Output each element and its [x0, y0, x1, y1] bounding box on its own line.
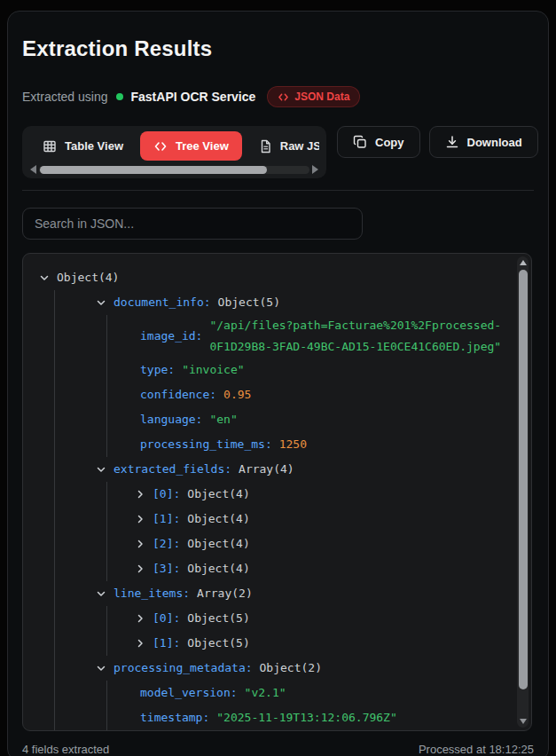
tree-node-row[interactable]: processing_metadata:Object(2) [96, 656, 505, 681]
tree-node-value: 0.95 [223, 384, 251, 406]
chevron-right-icon[interactable] [135, 638, 153, 649]
tree-node-type: Object(5) [187, 633, 249, 654]
tree-node-key: [1]: [153, 508, 180, 530]
chevron-down-icon[interactable] [96, 297, 114, 308]
chevron-right-icon[interactable] [135, 613, 153, 624]
extraction-results-card: Extraction Results Extracted using FastA… [7, 11, 549, 756]
tree-node-type: Object(4) [187, 533, 249, 555]
tree-node-row[interactable]: [3]:Object(4) [135, 556, 505, 581]
copy-icon [353, 135, 367, 149]
tree-node-key: [0]: [153, 484, 180, 505]
tree-node-row[interactable]: [0]:Object(4) [135, 482, 505, 507]
copy-button[interactable]: Copy [337, 126, 420, 158]
download-button[interactable]: Download [429, 126, 538, 158]
chevron-down-icon[interactable] [96, 663, 114, 673]
toolbar-row: Table View Tree View Raw JSON [22, 126, 534, 178]
vertical-scrollbar[interactable] [517, 256, 529, 728]
json-data-badge-label: JSON Data [294, 91, 349, 103]
chevron-down-icon[interactable] [96, 464, 114, 475]
scroll-left-arrow-icon[interactable] [30, 165, 36, 174]
tree-node-type: Object(4) [187, 484, 249, 505]
tab-tree-view-label: Tree View [176, 139, 229, 153]
tab-raw-json[interactable]: Raw JSON [246, 131, 319, 161]
tree-node-row[interactable]: [1]:Object(4) [135, 507, 505, 532]
json-tree-content: Object(4)document_info:Object(5)image_id… [23, 254, 531, 731]
tab-tree-view[interactable]: Tree View [140, 131, 242, 161]
tree-node-row[interactable]: line_items:Array(2) [96, 581, 505, 606]
scroll-down-arrow-icon[interactable] [520, 719, 527, 724]
tree-node-key: type: [140, 359, 175, 381]
tab-table-view[interactable]: Table View [29, 131, 137, 161]
tree-children-group: image_id:"/api/files?path=Facturae%201%2… [106, 315, 505, 457]
code-icon [153, 140, 168, 153]
code-icon [278, 92, 289, 102]
service-name: FastAPI OCR Service [131, 90, 256, 104]
horizontal-scrollbar-thumb[interactable] [40, 166, 267, 174]
tree-node-row: processing_time_ms:1250 [135, 432, 505, 457]
search-input[interactable] [22, 208, 363, 240]
tree-node-row[interactable]: document_info:Object(5) [96, 290, 505, 315]
chevron-down-icon[interactable] [96, 588, 114, 599]
view-tabbar: Table View Tree View Raw JSON [22, 126, 326, 178]
action-buttons: Copy Download [337, 126, 538, 158]
tree-node-type: Object(2) [260, 658, 322, 679]
tree-children-group: [0]:Object(5)[1]:Object(5) [106, 606, 505, 656]
chevron-right-icon[interactable] [135, 539, 153, 549]
tree-node-row: confidence:0.95 [135, 382, 505, 407]
tree-node-key: [0]: [153, 608, 180, 629]
tree-node-key: timestamp: [140, 707, 209, 728]
tree-node-row[interactable]: extracted_fields:Array(4) [96, 457, 505, 482]
tree-node-value: "/api/files?path=Facturae%201%2Fprocesse… [209, 315, 505, 358]
chevron-right-icon[interactable] [135, 489, 153, 500]
tree-node-row: model_version:"v2.1" [135, 681, 505, 705]
tree-node-row[interactable]: [1]:Object(5) [135, 631, 505, 656]
fields-extracted-count: 4 fields extracted [22, 743, 109, 756]
tree-node-row: language:"en" [135, 407, 505, 432]
tree-node-key: document_info: [114, 292, 211, 313]
tabbar-horizontal-scrollbar[interactable] [29, 163, 319, 176]
tree-node-value: "invoice" [182, 359, 244, 381]
tree-node-row: type:"invoice" [135, 358, 505, 382]
tree-node-key: extracted_fields: [114, 459, 231, 480]
tree-node-value: "en" [209, 409, 237, 430]
tree-node-row[interactable]: [0]:Object(5) [135, 606, 505, 631]
vertical-scrollbar-thumb[interactable] [519, 270, 528, 689]
copy-button-label: Copy [375, 136, 404, 149]
json-tree-panel: Object(4)document_info:Object(5)image_id… [22, 253, 532, 731]
chevron-right-icon[interactable] [135, 563, 153, 574]
tree-node-row: timestamp:"2025-11-19T13:12:06.796Z" [135, 705, 505, 730]
file-icon [259, 139, 272, 154]
extracted-using-label: Extracted using [22, 90, 108, 104]
tree-children-group: [0]:Object(4)[1]:Object(4)[2]:Object(4)[… [106, 482, 505, 581]
chevron-right-icon[interactable] [135, 514, 153, 524]
scroll-up-arrow-icon[interactable] [520, 260, 527, 265]
chevron-down-icon[interactable] [39, 272, 57, 283]
page-title: Extraction Results [22, 36, 534, 61]
tree-node-key: line_items: [114, 583, 190, 604]
tree-node-key: [3]: [153, 558, 180, 579]
tree-node-type: Object(4) [187, 508, 249, 530]
tree-node-type: Array(2) [197, 583, 253, 604]
tree-node-row[interactable]: [2]:Object(4) [135, 532, 505, 556]
tree-node-value: "v2.1" [245, 682, 286, 704]
tabs-scroll-area: Table View Tree View Raw JSON [29, 131, 319, 161]
header-divider [22, 190, 534, 191]
extraction-source-row: Extracted using FastAPI OCR Service JSON… [22, 86, 534, 107]
tree-node-key: language: [140, 409, 202, 430]
tree-node-row: image_id:"/api/files?path=Facturae%201%2… [135, 315, 505, 358]
status-dot-icon [116, 93, 123, 100]
tree-node-value: 1250 [279, 434, 307, 455]
scroll-right-arrow-icon[interactable] [312, 165, 318, 174]
horizontal-scrollbar-track[interactable] [39, 166, 309, 174]
tree-node-key: image_id: [140, 326, 202, 347]
tree-node-row[interactable]: Object(4) [39, 265, 505, 290]
tree-node-key: processing_metadata: [114, 658, 253, 679]
tree-node-key: model_version: [140, 682, 238, 704]
download-button-label: Download [467, 136, 522, 149]
tree-node-type: Object(4) [57, 267, 119, 288]
tree-children-group: document_info:Object(5)image_id:"/api/fi… [54, 290, 505, 730]
tree-node-value: "2025-11-19T13:12:06.796Z" [216, 707, 397, 728]
tree-node-key: confidence: [140, 384, 216, 406]
tree-node-type: Array(4) [239, 459, 294, 480]
tab-table-view-label: Table View [65, 139, 123, 153]
